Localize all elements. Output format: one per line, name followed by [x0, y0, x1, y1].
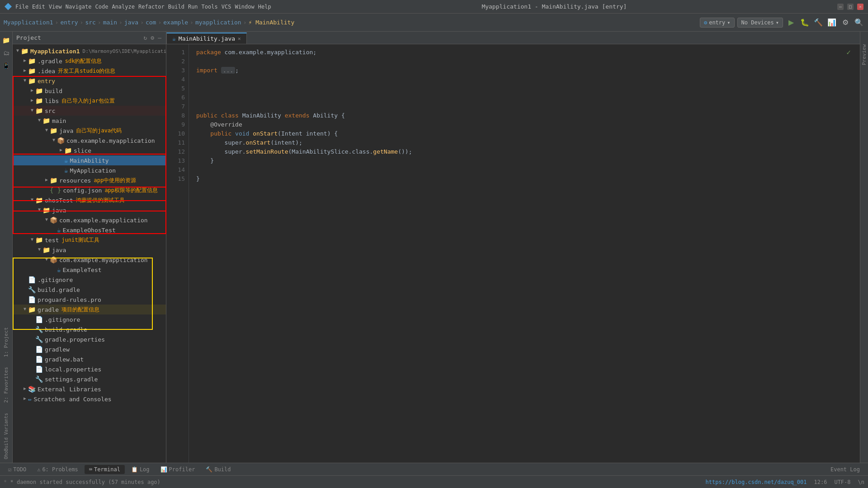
tree-gradle-folder[interactable]: ▼ 📁 gradle 项目的配置信息 [13, 305, 166, 314]
settings-button[interactable]: ⚙ [840, 17, 851, 28]
preview-label[interactable]: Preview [860, 41, 868, 69]
structure-icon[interactable]: 🗂 [1, 48, 11, 58]
menu-window[interactable]: Window [235, 4, 254, 10]
tab-terminal[interactable]: ⌨ Terminal [85, 465, 125, 474]
debug-button[interactable]: 🐛 [799, 17, 810, 28]
profile-button[interactable]: 📊 [826, 17, 837, 28]
menu-tools[interactable]: Tools [202, 4, 218, 10]
tree-libs[interactable]: ▶ 📁 libs 自己导入的jar包位置 [13, 96, 166, 106]
collapse-icon[interactable]: — [157, 33, 162, 42]
tree-test-java[interactable]: ▼ 📁 java [13, 245, 166, 255]
menu-code[interactable]: Code [95, 4, 108, 10]
run-button[interactable]: ▶ [786, 17, 797, 28]
tab-problems[interactable]: ⚠ 6: Problems [33, 465, 83, 474]
menu-edit[interactable]: Edit [32, 4, 45, 10]
search-button[interactable]: 🔍 [854, 17, 864, 28]
tree-package[interactable]: ▼ 📦 com.example.myapplication [13, 136, 166, 145]
menu-run[interactable]: Run [188, 4, 198, 10]
title-bar: File Edit View Navigate Code Analyze Ref… [0, 0, 868, 14]
tree-idea[interactable]: ▶ 📁 .idea 开发工具studio的信息 [13, 66, 166, 76]
tree-gitignore[interactable]: 📄 .gitignore [13, 275, 166, 285]
menu-navigate[interactable]: Navigate [66, 4, 92, 10]
tree-extlibs[interactable]: ▶ 📚 External Libraries [13, 384, 166, 394]
tree-gradle[interactable]: ▶ 📁 .gradle sdk的配置信息 [13, 56, 166, 66]
tree-main[interactable]: ▼ 📁 main [13, 116, 166, 126]
build-button[interactable]: 🔨 [813, 17, 824, 28]
tree-resources[interactable]: ▶ 📁 resources app中使用的资源 [13, 175, 166, 185]
tree-scratches[interactable]: ▶ ✏️ Scratches and Consoles [13, 394, 166, 404]
tree-exampleohostest[interactable]: ☕ ExampleOhosTest [13, 225, 166, 235]
close-button[interactable]: ✕ [857, 4, 863, 10]
left-sidebar: 📁 🗂 📱 1: Project 2: Favorites OhoBuild V… [0, 32, 13, 463]
menu-help[interactable]: Help [258, 4, 271, 10]
tree-src[interactable]: ▼ 📁 src [13, 106, 166, 116]
menu-vcs[interactable]: VCS [222, 4, 231, 10]
sidebar-label-1[interactable]: 1: Project [2, 324, 10, 361]
menu-refactor[interactable]: Refactor [138, 4, 165, 10]
tree-gradle-buildgradle[interactable]: 🔧 build.gradle [13, 324, 166, 334]
tree-entry[interactable]: ▼ 📁 entry [13, 76, 166, 86]
project-icon[interactable]: 📁 [1, 35, 11, 45]
sync-icon[interactable]: ↻ [143, 33, 148, 42]
device-icon[interactable]: 📱 [1, 61, 11, 70]
tree-ohostest[interactable]: ▼ 📁 ohosTest 鸿蒙提供的测试工具 [13, 195, 166, 205]
tree-package-ohostest[interactable]: ▼ 📦 com.example.myapplication [13, 215, 166, 225]
tree-mainability[interactable]: ☕ MainAbility [13, 155, 166, 165]
menu-file[interactable]: File [15, 4, 28, 10]
sidebar-label-build[interactable]: OhoBuild Variants [3, 409, 9, 463]
tree-gradle-properties[interactable]: 🔧 gradle.properties [13, 334, 166, 344]
tree-root[interactable]: ▼ 📁 Myapplication1 D:\HarmonyOS\IDE\Myap… [13, 46, 166, 56]
tab-label: MainAbility.java [179, 35, 235, 42]
tab-build[interactable]: 🔨 Build [201, 465, 235, 474]
tree-java[interactable]: ▼ 📁 java 自己写的java代码 [13, 126, 166, 136]
tree-exampletest[interactable]: ☕ ExampleTest [13, 265, 166, 275]
tree-package-test[interactable]: ▼ 📦 com.example.myapplication [13, 255, 166, 265]
code-line-14 [196, 165, 853, 174]
tree-localproperties[interactable]: 📄 local.properties [13, 364, 166, 374]
project-tree[interactable]: ▼ 📁 Myapplication1 D:\HarmonyOS\IDE\Myap… [13, 44, 166, 463]
tree-gradlewbat[interactable]: 📄 gradlew.bat [13, 354, 166, 364]
breadcrumb-main[interactable]: main [103, 19, 117, 26]
tree-settingsgradle[interactable]: 🔧 settings.gradle [13, 374, 166, 384]
device-selector[interactable]: No Devices ▾ [737, 18, 783, 28]
tab-todo[interactable]: ☑ TODO [4, 465, 31, 474]
breadcrumb-example[interactable]: example [163, 19, 188, 26]
code-content[interactable]: package com.example.myapplication; impor… [189, 44, 860, 463]
tree-buildgradle[interactable]: 🔧 build.gradle [13, 285, 166, 295]
menu-analyze[interactable]: Analyze [112, 4, 135, 10]
editor-tab-mainability[interactable]: ☕ MainAbility.java ✕ [166, 33, 247, 44]
tree-configjson[interactable]: { } config.json app权限等的配置信息 [13, 185, 166, 195]
build-label: Build [214, 466, 231, 473]
toolbar: Myapplication1 › entry › src › main › ja… [0, 14, 868, 32]
code-line-13: } [196, 156, 853, 165]
breadcrumb-entry[interactable]: entry [60, 19, 78, 26]
menu-view[interactable]: View [49, 4, 62, 10]
tree-gradlew[interactable]: 📄 gradlew [13, 344, 166, 354]
minimize-button[interactable]: — [837, 4, 844, 10]
tree-gradle-gitignore[interactable]: 📄 .gitignore [13, 314, 166, 324]
tree-test[interactable]: ▼ 📁 test junit测试工具 [13, 235, 166, 245]
tab-close-icon[interactable]: ✕ [238, 36, 241, 42]
status-url[interactable]: https://blog.csdn.net/dazuq_001 [706, 479, 807, 485]
entry-selector[interactable]: ⚙ entry ▾ [700, 18, 735, 28]
tree-ohostest-java[interactable]: ▼ 📁 java [13, 205, 166, 215]
sidebar-label-2[interactable]: 2: Favorites [2, 363, 10, 406]
config-icon[interactable]: ⚙ [150, 33, 155, 42]
tab-log[interactable]: 📋 Log [127, 465, 154, 474]
breadcrumb-myapplication[interactable]: myapplication [195, 19, 241, 26]
breadcrumb-com[interactable]: com [146, 19, 156, 26]
tab-profiler[interactable]: 📊 Profiler [156, 465, 200, 474]
tree-build[interactable]: ▶ 📁 build [13, 86, 166, 96]
menu-build[interactable]: Build [168, 4, 184, 10]
breadcrumb-myapplication1[interactable]: Myapplication1 [4, 19, 53, 26]
editor-tabs: ☕ MainAbility.java ✕ [166, 32, 860, 44]
breadcrumb-src[interactable]: src [85, 19, 95, 26]
breadcrumb-java[interactable]: java [124, 19, 138, 26]
tree-proguard[interactable]: 📄 proguard-rules.pro [13, 295, 166, 305]
maximize-button[interactable]: □ [847, 4, 854, 10]
editor-area: ☕ MainAbility.java ✕ 1 2 3 4 5 6 7 8 9 1 [166, 32, 860, 463]
breadcrumb-mainability[interactable]: ⚡ MainAbility [248, 19, 294, 26]
tree-myapplication[interactable]: ☕ MyApplication [13, 165, 166, 175]
tab-eventlog[interactable]: Event Log [826, 465, 864, 474]
tree-slice[interactable]: ▶ 📁 slice [13, 145, 166, 155]
